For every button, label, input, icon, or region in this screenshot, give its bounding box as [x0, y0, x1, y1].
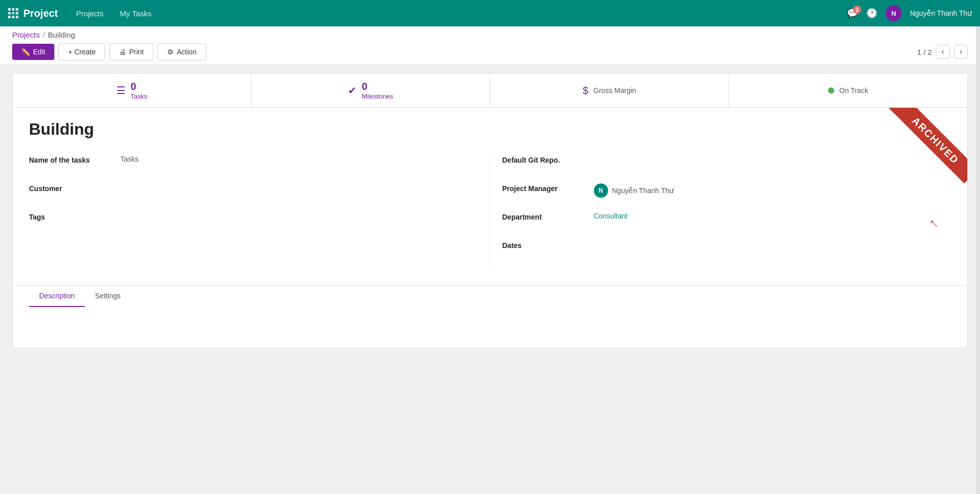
- milestones-count: 0: [362, 81, 393, 92]
- field-label-git-repo: Default Git Repo.: [502, 155, 594, 164]
- main-area: ☰ 0 Tasks ✔ 0 Milestones $ Gross Margin …: [0, 65, 980, 356]
- field-value-department[interactable]: Consultant: [594, 212, 952, 220]
- gross-margin-stat[interactable]: $ Gross Margin: [490, 74, 729, 107]
- nav-projects[interactable]: Projects: [70, 6, 110, 21]
- notif-badge: 2: [853, 6, 861, 14]
- field-customer: Customer: [29, 183, 478, 200]
- prev-page-button[interactable]: ‹: [936, 45, 950, 59]
- gross-margin-label: Gross Margin: [593, 86, 636, 95]
- field-project-manager: Project Manager N Nguyễn Thanh Thư: [502, 183, 952, 200]
- breadcrumb-parent[interactable]: Projects: [12, 30, 40, 39]
- breadcrumb-current: Building: [48, 30, 75, 39]
- record-card: ☰ 0 Tasks ✔ 0 Milestones $ Gross Margin …: [12, 73, 968, 348]
- top-navigation: Project Projects My Tasks 💬 2 🕐 N Nguyễn…: [0, 0, 980, 26]
- tab-content: [13, 307, 967, 348]
- manager-avatar: N: [594, 183, 608, 198]
- app-name: Project: [23, 8, 58, 19]
- form-area: ARCHIVED ↑ Building Name of the tasks Ta…: [13, 108, 967, 281]
- fields-grid: Name of the tasks Tasks Customer Tags: [29, 155, 951, 269]
- app-logo[interactable]: Project: [8, 8, 58, 19]
- avatar[interactable]: N: [886, 5, 902, 21]
- on-track-dot: [828, 87, 834, 94]
- field-label-project-manager: Project Manager: [502, 183, 594, 193]
- field-dates: Dates: [502, 240, 952, 257]
- field-label-tags: Tags: [29, 212, 120, 221]
- toolbar: ✏️ Edit + Create 🖨 Print ⚙ Action 1 / 2 …: [12, 43, 968, 60]
- gear-icon: ⚙: [167, 48, 174, 56]
- stat-bar: ☰ 0 Tasks ✔ 0 Milestones $ Gross Margin …: [13, 74, 967, 108]
- topnav-right: 💬 2 🕐 N Nguyễn Thanh Thư: [847, 5, 972, 21]
- on-track-label: On Track: [839, 86, 868, 95]
- milestones-label: Milestones: [362, 92, 393, 100]
- page-header: Projects / Building ✏️ Edit + Create 🖨 P…: [0, 26, 980, 65]
- manager-row: N Nguyễn Thanh Thư: [594, 183, 952, 198]
- pagination: 1 / 2 ‹ ›: [917, 45, 968, 59]
- tab-settings[interactable]: Settings: [85, 286, 131, 307]
- tasks-label: Tasks: [131, 92, 147, 100]
- tasks-info: 0 Tasks: [131, 81, 147, 100]
- milestones-icon: ✔: [348, 84, 357, 97]
- milestones-info: 0 Milestones: [362, 81, 393, 100]
- milestones-stat[interactable]: ✔ 0 Milestones: [251, 74, 490, 107]
- notifications-button[interactable]: 💬 2: [847, 8, 858, 19]
- dollar-icon: $: [583, 85, 588, 97]
- field-label-customer: Customer: [29, 183, 120, 193]
- page-info: 1 / 2: [917, 48, 932, 56]
- grid-icon: [8, 8, 18, 18]
- tasks-stat[interactable]: ☰ 0 Tasks: [13, 74, 251, 107]
- pencil-icon: ✏️: [21, 48, 30, 56]
- field-tags: Tags: [29, 212, 478, 228]
- tasks-icon: ☰: [116, 84, 125, 97]
- field-label-dates: Dates: [502, 240, 594, 250]
- breadcrumb-separator: /: [43, 30, 45, 39]
- breadcrumb: Projects / Building: [12, 30, 968, 39]
- fields-left: Name of the tasks Tasks Customer Tags: [29, 155, 490, 269]
- field-value-name-of-tasks: Tasks: [120, 155, 478, 163]
- field-department: Department Consultant: [502, 212, 952, 228]
- next-page-button[interactable]: ›: [954, 45, 968, 59]
- field-default-git-repo: Default Git Repo.: [502, 155, 952, 171]
- user-name-label: Nguyễn Thanh Thư: [910, 9, 972, 17]
- tab-description[interactable]: Description: [29, 286, 85, 307]
- clock-button[interactable]: 🕐: [866, 8, 877, 19]
- on-track-stat[interactable]: On Track: [729, 74, 967, 107]
- scrollbar[interactable]: [976, 26, 980, 356]
- action-button[interactable]: ⚙ Action: [157, 43, 206, 60]
- nav-my-tasks[interactable]: My Tasks: [114, 6, 157, 21]
- field-name-of-tasks: Name of the tasks Tasks: [29, 155, 478, 171]
- print-button[interactable]: 🖨 Print: [109, 43, 153, 60]
- field-label-department: Department: [502, 212, 594, 221]
- manager-name: Nguyễn Thanh Thư: [612, 187, 674, 195]
- fields-right: Default Git Repo. Project Manager N Nguy…: [490, 155, 952, 269]
- clock-icon: 🕐: [866, 8, 877, 18]
- nav-links: Projects My Tasks: [70, 6, 835, 21]
- field-label-name-of-tasks: Name of the tasks: [29, 155, 120, 164]
- edit-button[interactable]: ✏️ Edit: [12, 44, 54, 60]
- project-title: Building: [29, 120, 951, 139]
- tasks-count: 0: [131, 81, 147, 92]
- field-value-project-manager[interactable]: N Nguyễn Thanh Thư: [594, 183, 952, 198]
- create-button[interactable]: + Create: [58, 43, 105, 60]
- print-icon: 🖨: [119, 48, 126, 56]
- tabs-bar: Description Settings: [13, 285, 967, 307]
